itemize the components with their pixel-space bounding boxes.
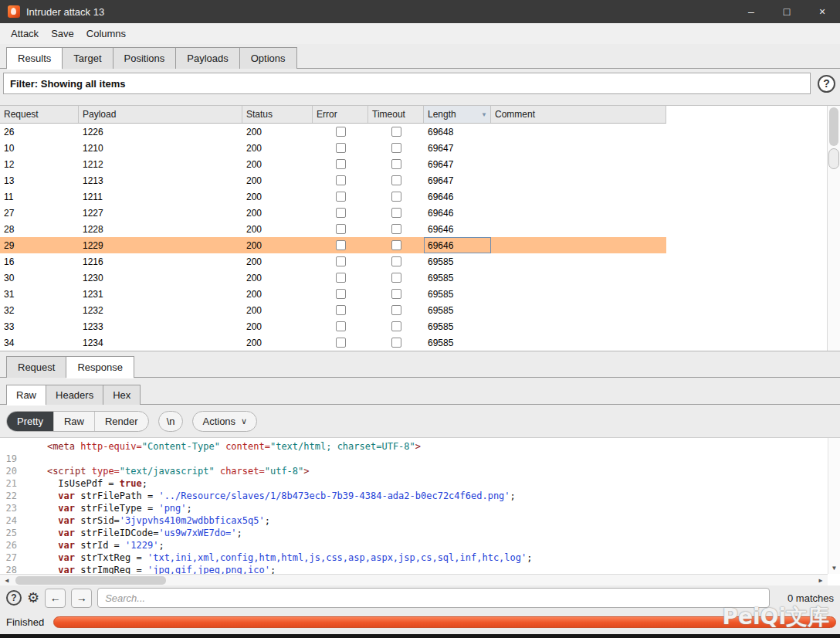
error-checkbox[interactable] xyxy=(336,273,346,283)
cell-request: 11 xyxy=(0,188,79,205)
cell-payload: 1232 xyxy=(79,302,242,318)
timeout-checkbox[interactable] xyxy=(391,192,401,202)
cell-timeout xyxy=(368,318,424,334)
error-checkbox[interactable] xyxy=(336,338,346,348)
table-row[interactable]: 10121020069647 xyxy=(0,140,666,156)
table-row[interactable]: 29122920069646 xyxy=(0,237,666,253)
table-row[interactable]: 11121120069646 xyxy=(0,188,666,205)
table-scroll-knob[interactable] xyxy=(828,148,839,169)
tab-headers[interactable]: Headers xyxy=(46,385,103,405)
raw-button[interactable]: Raw xyxy=(54,412,95,431)
timeout-checkbox[interactable] xyxy=(391,273,401,283)
menu-attack[interactable]: Attack xyxy=(5,25,45,42)
timeout-checkbox[interactable] xyxy=(391,256,401,266)
column-header-timeout[interactable]: Timeout xyxy=(368,106,424,123)
timeout-checkbox[interactable] xyxy=(391,159,401,169)
search-input[interactable] xyxy=(97,588,770,608)
error-checkbox[interactable] xyxy=(336,192,346,202)
gear-icon[interactable]: ⚙ xyxy=(27,591,39,605)
maximize-button[interactable]: □ xyxy=(769,0,804,23)
error-checkbox[interactable] xyxy=(336,305,346,315)
table-row[interactable]: 12121220069647 xyxy=(0,156,666,172)
scroll-left-icon[interactable]: ◀ xyxy=(2,577,12,584)
tab-response[interactable]: Response xyxy=(66,356,134,378)
titlebar[interactable]: Intruder attack 13 – □ × xyxy=(0,0,840,23)
table-row[interactable]: 16121620069585 xyxy=(0,253,666,270)
cell-error xyxy=(313,156,368,172)
column-header-payload[interactable]: Payload xyxy=(79,106,242,123)
timeout-checkbox[interactable] xyxy=(391,289,401,299)
actions-button[interactable]: Actions ∨ xyxy=(192,411,257,432)
editor-horizontal-scrollbar[interactable]: ◀ ▶ xyxy=(0,574,828,585)
error-checkbox[interactable] xyxy=(336,240,346,250)
menu-save[interactable]: Save xyxy=(45,25,80,42)
menu-columns[interactable]: Columns xyxy=(80,25,132,42)
error-checkbox[interactable] xyxy=(336,175,346,185)
scroll-right-icon[interactable]: ▶ xyxy=(815,577,826,584)
response-editor[interactable]: <meta http-equiv="Content-Type" content=… xyxy=(0,437,840,585)
column-header-error[interactable]: Error xyxy=(313,106,368,123)
minimize-button[interactable]: – xyxy=(733,0,769,23)
tab-request[interactable]: Request xyxy=(6,356,66,378)
table-row[interactable]: 31123120069585 xyxy=(0,286,666,302)
timeout-checkbox[interactable] xyxy=(391,143,401,153)
cell-length: 69585 xyxy=(424,318,491,334)
timeout-checkbox[interactable] xyxy=(391,305,401,315)
tab-raw[interactable]: Raw xyxy=(6,385,46,405)
table-row[interactable]: 27122720069646 xyxy=(0,205,666,221)
tab-payloads[interactable]: Payloads xyxy=(175,47,239,69)
column-header-request[interactable]: Request xyxy=(0,106,79,123)
timeout-checkbox[interactable] xyxy=(391,175,401,185)
search-help-icon[interactable]: ? xyxy=(6,590,22,606)
hscroll-track[interactable] xyxy=(12,576,815,585)
table-row[interactable]: 26122620069648 xyxy=(0,124,666,140)
scroll-down-icon[interactable]: ▼ xyxy=(832,565,836,574)
timeout-checkbox[interactable] xyxy=(391,127,401,137)
error-checkbox[interactable] xyxy=(336,159,346,169)
error-checkbox[interactable] xyxy=(336,256,346,266)
table-row[interactable]: 28122820069646 xyxy=(0,221,666,237)
help-icon[interactable]: ? xyxy=(818,75,835,93)
error-checkbox[interactable] xyxy=(336,321,346,331)
error-checkbox[interactable] xyxy=(336,143,346,153)
table-row[interactable]: 30123020069585 xyxy=(0,270,666,286)
search-next-button[interactable]: → xyxy=(71,589,92,608)
cell-error xyxy=(313,253,368,270)
column-header-status[interactable]: Status xyxy=(242,106,313,123)
close-button[interactable]: × xyxy=(804,0,840,23)
table-row[interactable]: 13121320069647 xyxy=(0,172,666,188)
table-row[interactable]: 34123420069585 xyxy=(0,334,666,351)
timeout-checkbox[interactable] xyxy=(391,208,401,218)
cell-timeout xyxy=(368,237,424,253)
error-checkbox[interactable] xyxy=(336,224,346,234)
render-button[interactable]: Render xyxy=(95,412,148,431)
error-checkbox[interactable] xyxy=(336,289,346,299)
hscroll-thumb[interactable] xyxy=(15,576,166,585)
timeout-checkbox[interactable] xyxy=(391,240,401,250)
error-checkbox[interactable] xyxy=(336,208,346,218)
tab-options[interactable]: Options xyxy=(239,47,297,69)
column-header-comment[interactable]: Comment xyxy=(491,106,666,123)
timeout-checkbox[interactable] xyxy=(391,338,401,348)
cell-timeout xyxy=(368,156,424,172)
tab-results[interactable]: Results xyxy=(6,47,63,69)
tab-hex[interactable]: Hex xyxy=(103,385,141,405)
error-checkbox[interactable] xyxy=(336,127,346,137)
timeout-checkbox[interactable] xyxy=(391,224,401,234)
editor-vertical-scrollbar[interactable]: ▼ xyxy=(828,438,840,574)
table-scroll-thumb[interactable] xyxy=(829,107,838,146)
table-row[interactable]: 32123220069585 xyxy=(0,302,666,318)
tab-target[interactable]: Target xyxy=(62,47,113,69)
cell-payload: 1212 xyxy=(79,156,242,172)
newline-toggle-button[interactable]: \n xyxy=(158,411,184,432)
pretty-button[interactable]: Pretty xyxy=(7,412,54,431)
filter-summary[interactable]: Filter: Showing all items xyxy=(3,73,811,94)
column-header-length[interactable]: Length ▼ xyxy=(424,106,491,123)
line-number: 25 xyxy=(0,527,25,539)
table-vertical-scrollbar[interactable] xyxy=(827,106,840,351)
timeout-checkbox[interactable] xyxy=(391,321,401,331)
table-row[interactable]: 33123320069585 xyxy=(0,318,666,334)
tab-positions[interactable]: Positions xyxy=(113,47,177,69)
cell-payload: 1231 xyxy=(79,286,242,302)
search-prev-button[interactable]: ← xyxy=(45,589,66,608)
